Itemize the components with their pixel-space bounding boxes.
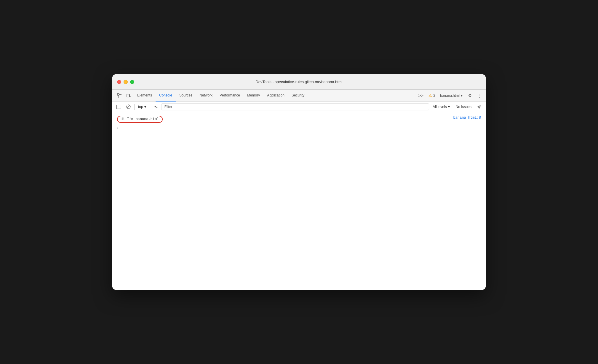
- console-toolbar: top ▾ All levels ▾ No Issues: [112, 102, 486, 112]
- minimize-button[interactable]: [124, 80, 128, 84]
- svg-point-10: [479, 106, 480, 107]
- console-settings-button[interactable]: [475, 103, 483, 111]
- settings-button[interactable]: ⚙: [466, 91, 474, 100]
- svg-point-9: [155, 106, 156, 107]
- warning-count: 2: [433, 94, 435, 98]
- warning-icon: ⚠: [428, 93, 432, 98]
- context-label: top: [138, 105, 143, 109]
- inspect-element-icon[interactable]: [115, 91, 124, 100]
- device-toolbar-icon[interactable]: [124, 91, 134, 100]
- sidebar-toggle-button[interactable]: [115, 103, 123, 111]
- tab-security[interactable]: Security: [288, 90, 308, 102]
- file-selector[interactable]: banana.html ▾: [438, 92, 464, 99]
- toolbar-divider-2: [150, 104, 150, 110]
- titlebar: DevTools - speculative-rules.glitch.me/b…: [112, 74, 486, 90]
- console-prompt-arrow[interactable]: ›: [117, 125, 118, 130]
- more-options-button[interactable]: ⋮: [475, 91, 483, 100]
- chevron-down-icon: ▾: [461, 94, 463, 98]
- level-label: All levels: [433, 105, 447, 109]
- tab-console[interactable]: Console: [156, 90, 176, 102]
- log-level-selector[interactable]: All levels ▾: [430, 104, 452, 110]
- svg-rect-4: [130, 95, 131, 97]
- no-issues-badge[interactable]: No Issues: [453, 104, 474, 110]
- tabs-right-section: >> ⚠ 2 banana.html ▾ ⚙ ⋮: [416, 91, 483, 100]
- file-name: banana.html: [440, 94, 460, 98]
- live-expressions-button[interactable]: [152, 103, 160, 111]
- toolbar-divider: [134, 104, 135, 110]
- log-source-link[interactable]: banana.html:8: [453, 116, 481, 120]
- warnings-badge[interactable]: ⚠ 2: [427, 92, 437, 99]
- context-chevron-icon: ▾: [144, 105, 146, 109]
- console-content: Hi I'm banana.html banana.html:8 ›: [112, 112, 486, 290]
- tab-sources[interactable]: Sources: [176, 90, 196, 102]
- log-message: Hi I'm banana.html: [117, 116, 163, 123]
- tab-application[interactable]: Application: [263, 90, 288, 102]
- filter-input[interactable]: [161, 103, 429, 110]
- clear-console-button[interactable]: [124, 103, 132, 111]
- svg-line-8: [127, 105, 130, 108]
- tab-performance[interactable]: Performance: [216, 90, 244, 102]
- svg-rect-3: [127, 94, 129, 97]
- svg-rect-0: [117, 94, 119, 95]
- context-selector[interactable]: top ▾: [136, 104, 148, 109]
- window-title: DevTools - speculative-rules.glitch.me/b…: [255, 80, 342, 84]
- tab-elements[interactable]: Elements: [134, 90, 156, 102]
- level-chevron-icon: ▾: [448, 105, 450, 109]
- devtools-window: DevTools - speculative-rules.glitch.me/b…: [112, 74, 486, 290]
- svg-rect-5: [117, 105, 121, 109]
- maximize-button[interactable]: [130, 80, 134, 84]
- console-log-entry: Hi I'm banana.html banana.html:8: [112, 115, 486, 124]
- devtools-tab-bar: Elements Console Sources Network Perform…: [112, 90, 486, 102]
- no-issues-label: No Issues: [456, 105, 471, 109]
- traffic-lights: [117, 80, 134, 84]
- tab-memory[interactable]: Memory: [244, 90, 263, 102]
- console-prompt-row: ›: [112, 124, 486, 131]
- tab-network[interactable]: Network: [196, 90, 216, 102]
- more-tabs-button[interactable]: >>: [416, 91, 426, 100]
- close-button[interactable]: [117, 80, 121, 84]
